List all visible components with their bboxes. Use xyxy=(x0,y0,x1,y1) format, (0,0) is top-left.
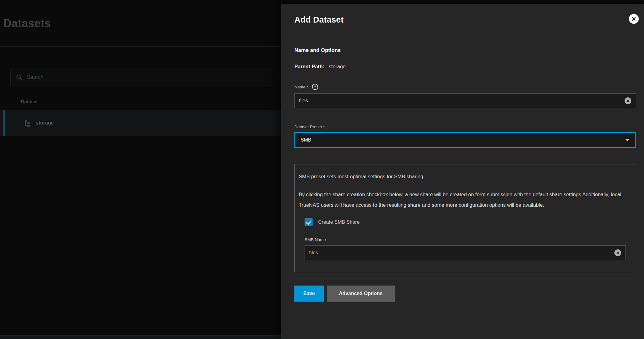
search-input[interactable] xyxy=(27,74,267,80)
close-icon[interactable]: ✕ xyxy=(629,14,639,24)
name-input[interactable] xyxy=(299,98,625,104)
form-actions: Save Advanced Options xyxy=(294,286,636,302)
footer-strip xyxy=(0,335,281,339)
name-field-label: Name * xyxy=(294,85,308,89)
clear-icon[interactable]: ✕ xyxy=(625,97,631,104)
info-paragraph-1: SMB preset sets most optimal settings fo… xyxy=(299,171,631,182)
create-smb-share-checkbox-row[interactable]: Create SMB Share xyxy=(305,218,626,226)
name-input-wrap: ✕ xyxy=(294,93,636,108)
chevron-down-icon xyxy=(625,139,630,141)
advanced-options-button[interactable]: Advanced Options xyxy=(327,286,395,302)
dataset-preset-select[interactable]: SMB xyxy=(294,132,636,148)
info-paragraph-2: By clicking the share creation checkbox … xyxy=(299,189,631,210)
panel-header: Add Dataset ✕ xyxy=(281,4,644,36)
smb-name-input[interactable] xyxy=(309,250,614,256)
parent-path: Parent Path:storage xyxy=(294,64,636,70)
datasets-page-background: Datasets Dataset storage xyxy=(0,0,281,339)
dataset-tree-icon xyxy=(23,119,31,127)
table-column-header-dataset: Dataset xyxy=(21,99,38,104)
help-icon[interactable]: ? xyxy=(312,84,318,90)
save-button[interactable]: Save xyxy=(294,286,324,302)
smb-name-label-row: SMB Name xyxy=(305,237,626,242)
smb-preset-info-box: SMB preset sets most optimal settings fo… xyxy=(294,164,636,272)
preset-field-label: Dataset Preset * xyxy=(294,125,325,129)
name-field-label-row: Name * ? xyxy=(294,84,636,90)
section-title: Name and Options xyxy=(294,47,636,53)
create-smb-share-checkbox[interactable] xyxy=(305,218,313,226)
parent-path-value: storage xyxy=(329,64,346,69)
smb-name-label: SMB Name xyxy=(305,237,326,242)
smb-name-input-wrap: ✕ xyxy=(305,245,626,260)
parent-path-label: Parent Path: xyxy=(294,64,324,69)
dataset-preset-value: SMB xyxy=(301,137,625,143)
selected-row-indicator xyxy=(3,110,5,136)
dataset-row-storage[interactable]: storage xyxy=(0,110,281,136)
search-box[interactable] xyxy=(10,69,272,86)
search-icon xyxy=(16,74,23,81)
divider xyxy=(0,46,281,47)
page-title: Datasets xyxy=(3,17,51,30)
panel-title: Add Dataset xyxy=(294,15,344,25)
add-dataset-panel: Add Dataset ✕ Name and Options Parent Pa… xyxy=(281,4,644,339)
clear-icon[interactable]: ✕ xyxy=(614,249,621,256)
create-smb-share-label: Create SMB Share xyxy=(318,219,359,225)
panel-content: Name and Options Parent Path:storage Nam… xyxy=(281,47,644,302)
dataset-row-label: storage xyxy=(36,120,54,126)
preset-field-label-row: Dataset Preset * xyxy=(294,125,636,129)
